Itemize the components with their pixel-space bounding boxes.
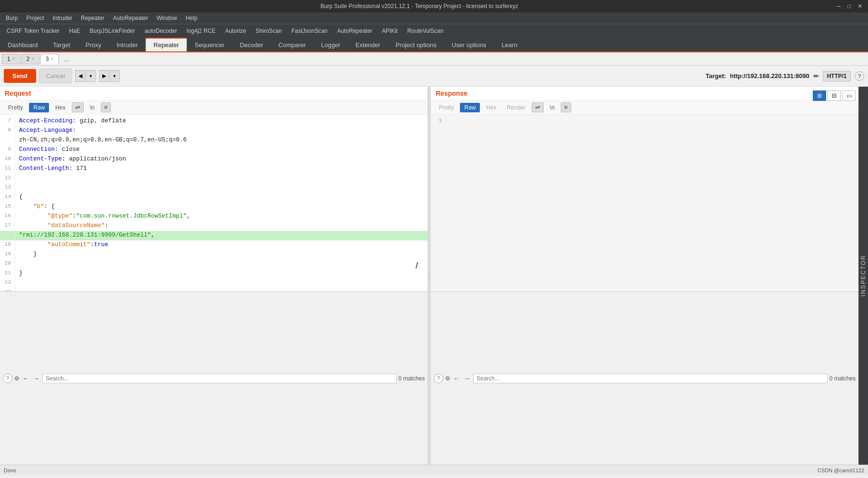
- response-newline-btn[interactable]: \n: [546, 103, 559, 112]
- code-line-9: 9 Connection: close: [0, 145, 428, 155]
- ext-routevulscan[interactable]: RouteVulScan: [403, 27, 447, 35]
- title-text: Burp Suite Professional v2021.12.1 - Tem…: [4, 3, 835, 10]
- nav-back-group: ◀ ▼: [75, 70, 96, 82]
- response-pretty-btn[interactable]: Pretty: [435, 103, 458, 112]
- ext-autorize[interactable]: Autorize: [221, 27, 250, 35]
- request-search-bar: ? ⚙ ← → 0 matches: [0, 291, 428, 465]
- minimize-btn[interactable]: ─: [835, 3, 843, 10]
- tab-learn[interactable]: Learn: [494, 39, 525, 51]
- response-search-gear-icon[interactable]: ⚙: [445, 375, 450, 382]
- menu-autorepeater[interactable]: AutoRepeater: [109, 14, 152, 22]
- request-title: Request: [0, 87, 428, 100]
- response-search-prev-btn[interactable]: ←: [452, 375, 461, 382]
- nav-back-dropdown[interactable]: ▼: [85, 70, 96, 82]
- ext-autorepeater[interactable]: AutoRepeater: [333, 27, 376, 35]
- menu-help[interactable]: Help: [182, 14, 201, 22]
- response-raw-btn[interactable]: Raw: [460, 103, 480, 112]
- view-split-vertical[interactable]: ⊟: [828, 90, 841, 101]
- ext-autodecoder[interactable]: autoDecoder: [141, 27, 181, 35]
- response-line-1: 1: [431, 117, 858, 126]
- cancel-button[interactable]: Cancel: [39, 69, 72, 83]
- ext-apikit[interactable]: APIKit: [378, 27, 401, 35]
- repeater-tab-2[interactable]: 2 ×: [21, 54, 40, 64]
- request-search-help-icon[interactable]: ?: [3, 374, 12, 383]
- view-split-horizontal[interactable]: ⊞: [813, 90, 826, 101]
- main-panels: ⊞ ⊟ ▭ Request Pretty Raw Hex ⇌ \n ≡ 7 Ac…: [0, 87, 868, 465]
- view-single[interactable]: ▭: [842, 90, 856, 101]
- menu-window[interactable]: Window: [153, 14, 181, 22]
- tab-intruder[interactable]: Intruder: [109, 39, 146, 51]
- tab-repeater[interactable]: Repeater: [146, 38, 187, 51]
- response-render-btn[interactable]: Render: [503, 103, 530, 112]
- request-raw-btn[interactable]: Raw: [29, 103, 49, 112]
- help-icon[interactable]: ?: [855, 71, 864, 81]
- response-search-next-btn[interactable]: →: [463, 375, 471, 382]
- request-menu-icon[interactable]: ≡: [101, 102, 111, 112]
- tab-sequencer[interactable]: Sequencer: [187, 39, 232, 51]
- tab-user-options[interactable]: User options: [444, 39, 494, 51]
- inspector-sidebar[interactable]: INSPECTOR: [858, 87, 868, 465]
- edit-target-icon[interactable]: ✏: [813, 72, 819, 80]
- tab-target[interactable]: Target: [46, 39, 78, 51]
- close-btn[interactable]: ✕: [856, 3, 864, 10]
- tab-logger[interactable]: Logger: [313, 39, 348, 51]
- nav-forward-button[interactable]: ▶: [99, 70, 109, 82]
- ext-fastjsonscan[interactable]: FastJsonScan: [288, 27, 332, 35]
- ext-hae[interactable]: HaE: [65, 27, 84, 35]
- request-search-input[interactable]: [42, 374, 397, 383]
- ext-shiroscan[interactable]: ShiroScan: [252, 27, 285, 35]
- request-wrap-icon[interactable]: ⇌: [72, 102, 84, 112]
- tab-decoder[interactable]: Decoder: [232, 39, 271, 51]
- status-left: Done: [4, 468, 16, 473]
- nav-forward-dropdown[interactable]: ▼: [109, 70, 120, 82]
- tab-project-options[interactable]: Project options: [388, 39, 444, 51]
- nav-forward-group: ▶ ▼: [99, 70, 120, 82]
- response-search-input[interactable]: [473, 374, 828, 383]
- http-version-badge[interactable]: HTTP/1: [823, 71, 851, 81]
- repeater-tab-3-close[interactable]: ×: [51, 56, 54, 61]
- code-line-22: 22: [0, 279, 428, 288]
- tab-extender[interactable]: Extender: [348, 39, 388, 51]
- menu-repeater[interactable]: Repeater: [77, 14, 108, 22]
- request-hex-btn[interactable]: Hex: [51, 103, 69, 112]
- window-controls[interactable]: ─ □ ✕: [835, 3, 864, 10]
- response-wrap-icon[interactable]: ⇌: [532, 102, 544, 112]
- menu-intruder[interactable]: Intruder: [49, 14, 76, 22]
- request-panel: Request Pretty Raw Hex ⇌ \n ≡ 7 Accept-E…: [0, 87, 428, 465]
- code-line-20: 20: [0, 259, 428, 269]
- menu-project[interactable]: Project: [22, 14, 48, 22]
- request-pretty-btn[interactable]: Pretty: [4, 103, 27, 112]
- repeater-tab-1-close[interactable]: ×: [12, 56, 15, 61]
- ext-csrf[interactable]: CSRF Token Tracker: [3, 27, 63, 35]
- response-panel: Response Pretty Raw Hex Render ⇌ \n ≡ 1 …: [431, 87, 858, 465]
- nav-back-button[interactable]: ◀: [75, 70, 85, 82]
- repeater-tab-1[interactable]: 1 ×: [2, 54, 20, 64]
- repeater-tab-2-close[interactable]: ×: [31, 56, 34, 61]
- response-hex-btn[interactable]: Hex: [482, 103, 500, 112]
- request-search-next-btn[interactable]: →: [32, 375, 40, 382]
- repeater-tab-2-label: 2: [27, 56, 30, 62]
- repeater-tab-more[interactable]: ...: [60, 54, 73, 64]
- response-search-help-icon[interactable]: ?: [434, 374, 443, 383]
- tab-proxy[interactable]: Proxy: [78, 39, 109, 51]
- menu-burp[interactable]: Burp: [2, 14, 21, 22]
- repeater-tab-3[interactable]: 3 ×: [40, 54, 59, 64]
- ext-log4j2[interactable]: log4j2 RCE: [183, 27, 220, 35]
- nav-tabs: Dashboard Target Proxy Intruder Repeater…: [0, 37, 868, 52]
- request-newline-btn[interactable]: \n: [86, 103, 99, 112]
- response-code-area[interactable]: 1: [431, 115, 858, 291]
- send-button[interactable]: Send: [4, 69, 36, 83]
- tab-comparer[interactable]: Comparer: [271, 39, 313, 51]
- request-search-prev-btn[interactable]: ←: [21, 375, 30, 382]
- ext-jslinkfinder[interactable]: BurpJSLinkFinder: [86, 27, 139, 35]
- tab-dashboard[interactable]: Dashboard: [0, 39, 46, 51]
- extension-bar: CSRF Token Tracker HaE BurpJSLinkFinder …: [0, 24, 868, 37]
- code-line-11: 11 Content-Length: 171: [0, 164, 428, 174]
- response-menu-icon[interactable]: ≡: [561, 102, 571, 112]
- request-code-area[interactable]: 7 Accept-Encoding: gzip, deflate 8 Accep…: [0, 115, 428, 291]
- code-line-10: 10 Content-Type: application/json: [0, 155, 428, 164]
- request-search-gear-icon[interactable]: ⚙: [14, 375, 20, 382]
- maximize-btn[interactable]: □: [846, 3, 853, 10]
- status-right: CSDN @carrot1122: [818, 468, 864, 473]
- toolbar: Send Cancel ◀ ▼ ▶ ▼ Target: http://192.1…: [0, 66, 868, 87]
